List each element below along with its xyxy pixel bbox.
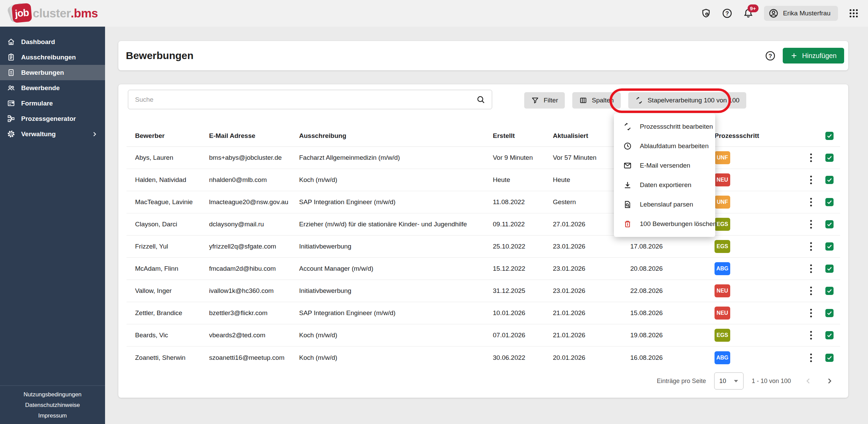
cell-bewerber: Vallow, Inger [135, 287, 209, 295]
privacy-shield-icon[interactable] [701, 8, 711, 19]
row-actions-kebab-icon[interactable] [810, 286, 812, 296]
sidebar-item-prozessgenerator[interactable]: Prozessgenerator [0, 111, 105, 126]
row-checkbox[interactable] [825, 176, 834, 184]
notifications-bell-icon[interactable]: 9+ [743, 8, 754, 19]
columns-button-label: Spalten [592, 97, 614, 104]
sidebar-item-verwaltung[interactable]: Verwaltung [0, 126, 105, 142]
table-row[interactable]: Zettler, Brandice bzettler3@flickr.com S… [127, 302, 840, 324]
menu-item-email-versenden[interactable]: E-Mail versenden [614, 156, 715, 175]
sidebar-item-bewerbende[interactable]: Bewerbende [0, 80, 105, 96]
row-checkbox[interactable] [825, 198, 834, 206]
cell-ausschreibung: Koch (m/w/d) [299, 354, 493, 362]
link-impressum[interactable]: Impressum [38, 412, 67, 419]
sidebar-item-dashboard[interactable]: Dashboard [0, 34, 105, 50]
status-badge: ABG [715, 351, 730, 364]
table-row[interactable]: McAdam, Flinn fmcadam2d@hibu.com Account… [127, 258, 840, 280]
status-badge: NEU [715, 307, 730, 320]
sidebar-item-label: Bewerbungen [21, 69, 64, 76]
apps-grid-icon[interactable] [848, 8, 859, 19]
previous-page-icon[interactable] [804, 377, 813, 385]
row-checkbox[interactable] [825, 309, 834, 317]
page-header-card: Bewerbungen ? Hinzufügen [118, 41, 848, 70]
sidebar-item-bewerbungen[interactable]: Bewerbungen [0, 65, 105, 80]
table-row[interactable]: Zoanetti, Sherwin szoanetti16@meetup.com… [127, 347, 840, 369]
row-checkbox[interactable] [825, 354, 834, 362]
menu-item-prozessschritt-bearbeiten[interactable]: Prozessschritt bearbeiten [614, 117, 715, 136]
header-email[interactable]: E-Mail Adresse [209, 132, 299, 140]
table-row[interactable]: Frizzell, Yul yfrizzell2q@sfgate.com Ini… [127, 236, 840, 258]
row-checkbox[interactable] [825, 265, 834, 273]
sidebar-item-formulare[interactable]: Formulare [0, 96, 105, 111]
menu-item-ablaufdatum-bearbeiten[interactable]: Ablaufdatum bearbeiten [614, 136, 715, 156]
header-erstellt[interactable]: Erstellt [493, 132, 553, 140]
user-menu[interactable]: Erika Musterfrau [764, 6, 838, 21]
row-actions-kebab-icon[interactable] [810, 308, 812, 318]
cell-erstellt: 10.01.2026 [493, 309, 553, 317]
row-checkbox[interactable] [825, 331, 834, 339]
cell-email: dclaysony@mail.ru [209, 221, 299, 228]
page-help-icon[interactable]: ? [765, 50, 776, 61]
cell-aktualisiert: 21.01.2026 [553, 309, 630, 317]
menu-item-daten-exportieren[interactable]: Daten exportieren [614, 175, 715, 195]
pagination-range: 1 - 10 von 100 [752, 378, 791, 385]
row-checkbox[interactable] [825, 220, 834, 228]
cell-aktualisiert: 23.01.2026 [553, 243, 630, 250]
sidebar-footer: Nutzungsbedingungen Datenschutzhinweise … [0, 385, 105, 424]
chevron-right-icon [91, 130, 98, 138]
help-icon[interactable]: ? [722, 8, 733, 19]
header-ausschreibung[interactable]: Ausschreibung [299, 132, 493, 140]
page-size-select[interactable]: 10 [714, 372, 744, 390]
select-all-checkbox[interactable] [825, 132, 834, 140]
next-page-icon[interactable] [825, 377, 834, 385]
row-checkbox[interactable] [825, 242, 834, 251]
batch-processing-button[interactable]: Stapelverarbeitung 100 von 100 [628, 92, 746, 109]
svg-text:?: ? [725, 10, 729, 17]
cell-ausschreibung: Facharzt Allgemeinmedizin (m/w/d) [299, 154, 493, 161]
columns-button[interactable]: Spalten [572, 92, 620, 109]
table-row[interactable]: Beards, Vic vbeards2@ted.com Koch (m/w/d… [127, 324, 840, 347]
row-actions-kebab-icon[interactable] [810, 219, 812, 229]
row-actions-kebab-icon[interactable] [810, 241, 812, 252]
envelope-icon [623, 161, 632, 170]
header-prozessschritt[interactable]: Prozessschritt [715, 132, 796, 140]
row-actions-kebab-icon[interactable] [810, 353, 812, 363]
table-row[interactable]: Clayson, Darci dclaysony@mail.ru Erziehe… [127, 213, 840, 236]
clipboard-icon [7, 53, 15, 61]
row-checkbox[interactable] [825, 154, 834, 162]
row-actions-kebab-icon[interactable] [810, 330, 812, 340]
batch-processing-menu: Prozessschritt bearbeiten Ablaufdatum be… [614, 113, 715, 237]
menu-item-bewerbungen-loeschen[interactable]: 100 Bewerbungen löschen [614, 214, 715, 234]
app-logo[interactable]: job cluster.bms [9, 2, 98, 25]
applications-card: Filter Spalten Stapelverarbeitung 100 [118, 84, 848, 398]
page-size-label: Einträge pro Seite [657, 378, 706, 385]
header-bewerber[interactable]: Bewerber [135, 132, 209, 140]
cell-ausschreibung: SAP Integration Engineer (m/w/d) [299, 309, 493, 317]
add-button[interactable]: Hinzufügen [783, 48, 844, 63]
search-input[interactable] [128, 90, 476, 109]
link-datenschutzhinweise[interactable]: Datenschutzhinweise [25, 402, 80, 409]
cell-bewerber: Frizzell, Yul [135, 243, 209, 250]
menu-item-lebenslauf-parsen[interactable]: Lebenslauf parsen [614, 195, 715, 214]
flowchart-icon [7, 114, 15, 123]
cell-ausschreibung: Koch (m/w/d) [299, 176, 493, 184]
table-row[interactable]: Abys, Lauren bms+abys@jobcluster.de Fach… [127, 147, 840, 169]
search-icon[interactable] [476, 95, 486, 104]
clock-icon [623, 142, 632, 151]
link-nutzungsbedingungen[interactable]: Nutzungsbedingungen [24, 391, 82, 398]
table-row[interactable]: MacTeague, Lavinie lmacteague20@nsw.gov.… [127, 191, 840, 213]
filter-button[interactable]: Filter [524, 92, 565, 109]
row-actions-kebab-icon[interactable] [810, 264, 812, 274]
sidebar-item-ausschreibungen[interactable]: Ausschreibungen [0, 50, 105, 65]
row-checkbox[interactable] [825, 287, 834, 295]
cell-bewerber: Halden, Natividad [135, 176, 209, 184]
menu-item-label: Prozessschritt bearbeiten [640, 123, 713, 130]
status-badge: NEU [715, 173, 730, 186]
sidebar-item-label: Bewerbende [21, 84, 60, 92]
caret-down-icon [734, 380, 738, 383]
row-actions-kebab-icon[interactable] [810, 175, 812, 185]
table-row[interactable]: Vallow, Inger ivallow1k@hc360.com Initia… [127, 280, 840, 302]
row-actions-kebab-icon[interactable] [810, 197, 812, 207]
row-actions-kebab-icon[interactable] [810, 153, 812, 163]
user-name: Erika Musterfrau [783, 10, 830, 17]
table-row[interactable]: Halden, Natividad nhalden0@mlb.com Koch … [127, 169, 840, 191]
